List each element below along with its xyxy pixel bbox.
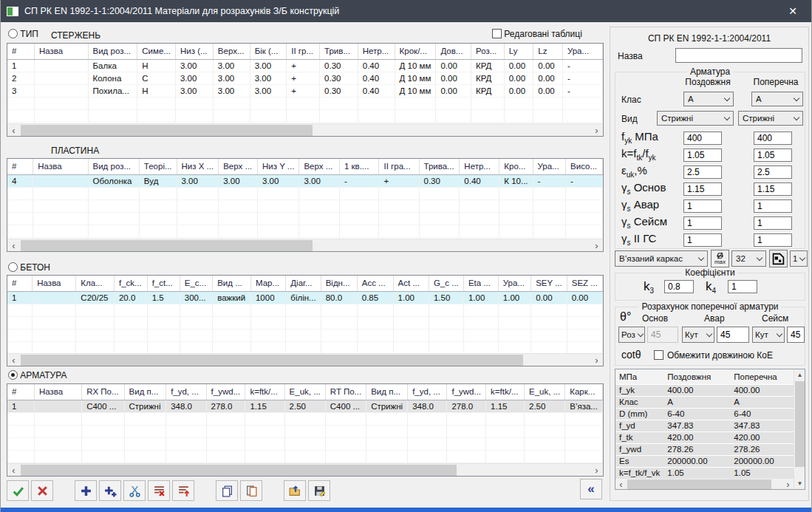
copy-button[interactable]: [216, 480, 238, 501]
rebar-param-input-long[interactable]: [683, 233, 722, 247]
bars-count-combobox[interactable]: 1: [790, 250, 808, 267]
column-header[interactable]: Трива...: [419, 159, 460, 174]
column-header[interactable]: Acc ...: [357, 276, 393, 291]
column-header[interactable]: f_yd, ...: [408, 384, 447, 400]
column-header[interactable]: Назва: [33, 159, 88, 174]
column-header[interactable]: Висо...: [566, 159, 603, 174]
rebar-param-input-trans[interactable]: [754, 216, 792, 230]
scroll-up-icon[interactable]: ▲: [794, 369, 805, 380]
rebar-radio[interactable]: АРМАТУРА: [8, 370, 66, 380]
diameter-max-button[interactable]: Ø max: [711, 250, 729, 267]
scroll-thumb[interactable]: [795, 381, 805, 467]
accidental-angle-combobox[interactable]: Кут: [682, 327, 714, 343]
paste-button[interactable]: [240, 480, 262, 501]
column-header[interactable]: Ура...: [562, 44, 602, 59]
rebar-param-input-trans[interactable]: [754, 199, 792, 213]
rebar-param-input-long[interactable]: [683, 216, 722, 230]
column-header[interactable]: Ly: [504, 44, 533, 59]
column-header[interactable]: Вид ...: [213, 276, 251, 291]
column-header[interactable]: Теорі...: [139, 159, 177, 174]
table-row[interactable]: f_yk400.00400.00: [615, 384, 796, 396]
column-header[interactable]: SEY ...: [531, 276, 567, 291]
table-row[interactable]: 1С400 ...Стрижні348.0278.01.152.50С400 .…: [7, 400, 603, 412]
column-header[interactable]: Ура...: [533, 159, 566, 174]
rebar-param-input-trans[interactable]: [754, 149, 792, 162]
scroll-right-icon[interactable]: ›: [590, 464, 603, 476]
column-header[interactable]: 1 кв....: [339, 159, 379, 174]
scroll-left-icon[interactable]: ‹: [7, 239, 20, 251]
rebar-table-hscrollbar[interactable]: ‹ ›: [7, 463, 603, 476]
concrete-radio[interactable]: БЕТОН: [8, 262, 50, 273]
class-long-combobox[interactable]: A: [683, 92, 734, 106]
seismic-angle-combobox[interactable]: Кут: [752, 327, 785, 343]
rebar-section-button[interactable]: [769, 250, 788, 267]
scroll-thumb[interactable]: [21, 355, 523, 366]
rebar-param-input-trans[interactable]: [754, 233, 792, 247]
table-row[interactable]: 3Похила...Н3.003.003.00+0.300.40Д 10 мм0…: [7, 84, 603, 97]
column-header[interactable]: Вид роз...: [88, 44, 137, 59]
table-row[interactable]: D (mm)6-406-40: [615, 408, 796, 420]
column-header[interactable]: Кро...: [499, 159, 533, 174]
column-header[interactable]: Низ X ...: [177, 159, 219, 174]
k4-input[interactable]: [728, 280, 757, 293]
table-row[interactable]: [7, 304, 603, 316]
main-angle-combobox[interactable]: Роз: [618, 327, 645, 343]
concrete-radio-circle[interactable]: [8, 262, 18, 272]
accidental-angle-input[interactable]: [717, 327, 749, 343]
column-header[interactable]: RT По...: [325, 384, 366, 400]
kind-trans-combobox[interactable]: Стрижні: [738, 111, 803, 126]
name-input[interactable]: [675, 48, 802, 63]
column-header[interactable]: RX По...: [82, 384, 124, 400]
column-header[interactable]: f_ct...: [147, 276, 180, 291]
column-header[interactable]: f_ck...: [114, 276, 147, 291]
column-header[interactable]: Крок/...: [395, 44, 436, 59]
main-angle-input[interactable]: [647, 327, 678, 343]
table-row[interactable]: [7, 437, 603, 450]
diameter-combobox[interactable]: 32: [731, 250, 766, 267]
plate-table-hscrollbar[interactable]: ‹ ›: [7, 239, 603, 251]
scroll-right-icon[interactable]: ›: [590, 124, 603, 136]
column-header[interactable]: Кла...: [76, 276, 115, 291]
kind-long-combobox[interactable]: Стрижні: [657, 111, 734, 126]
column-header[interactable]: Верх ...: [219, 159, 258, 174]
params-table-vscrollbar[interactable]: ▲ ▼: [794, 369, 805, 489]
column-header[interactable]: Карк...: [565, 384, 603, 400]
scroll-left-icon[interactable]: ‹: [7, 354, 20, 366]
scroll-thumb[interactable]: [21, 125, 313, 136]
table-row[interactable]: КласAA: [615, 396, 796, 408]
column-header[interactable]: E_uk, ...: [284, 384, 325, 400]
table-row[interactable]: f_tk420.00420.00: [615, 431, 796, 443]
delete-rows-button[interactable]: [148, 480, 170, 501]
column-header[interactable]: #: [7, 276, 33, 291]
save-button[interactable]: [308, 480, 330, 501]
column-header[interactable]: f_yd, ...: [166, 384, 206, 400]
table-row[interactable]: 4ОболонкаВуд3.003.003.003.00-+0.300.40К …: [7, 174, 603, 187]
table-row[interactable]: Es200000.00200000.00: [615, 455, 796, 467]
column-header[interactable]: МПа: [615, 369, 663, 384]
frame-type-combobox[interactable]: В’язаний каркас: [615, 250, 708, 267]
column-header[interactable]: Lz: [533, 44, 563, 59]
table-row[interactable]: [7, 109, 603, 122]
table-row[interactable]: [7, 450, 603, 462]
scroll-left-icon[interactable]: ‹: [7, 124, 20, 136]
table-row[interactable]: [7, 225, 603, 237]
column-header[interactable]: Дов...: [436, 44, 471, 59]
column-header[interactable]: Нетр...: [358, 44, 395, 59]
table-row[interactable]: 1БалкаН3.003.003.00+0.300.40Д 10 мм0.00К…: [7, 59, 603, 72]
column-header[interactable]: Трив...: [320, 44, 358, 59]
add-row-button[interactable]: [99, 480, 121, 501]
editable-tables-checkbox[interactable]: Редаговані таблиці: [492, 29, 582, 39]
collapse-panel-button[interactable]: «: [580, 479, 602, 499]
column-header[interactable]: E_c...: [180, 276, 212, 291]
column-header[interactable]: Вид п...: [124, 384, 166, 400]
type-radio-circle[interactable]: [8, 29, 18, 38]
scroll-left-icon[interactable]: ‹: [7, 464, 20, 476]
scroll-thumb[interactable]: [627, 479, 771, 489]
rebar-param-input-long[interactable]: [683, 182, 722, 196]
scroll-thumb[interactable]: [21, 240, 313, 251]
cancel-button[interactable]: [31, 480, 53, 501]
params-table-hscrollbar[interactable]: ‹ ›: [615, 478, 794, 489]
column-header[interactable]: Верх...: [213, 44, 250, 59]
table-row[interactable]: f_ywd278.26278.26: [615, 443, 796, 455]
table-row[interactable]: [7, 212, 603, 225]
